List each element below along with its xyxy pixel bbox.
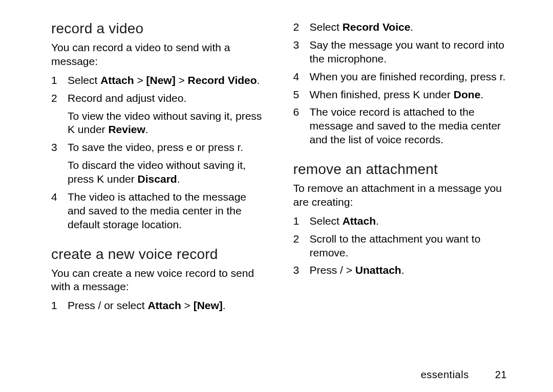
heading-voice-record: create a new voice record (51, 246, 265, 263)
step-text: . (240, 141, 243, 153)
intro-record-video: You can record a video to send with a me… (51, 41, 265, 69)
step-item: The video is attached to the message and… (51, 190, 265, 232)
step-item: Press / > Unattach. (293, 264, 507, 277)
soft-label-discard: Discard (138, 173, 177, 185)
intro-remove-attachment: To remove an attachment in a message you… (293, 182, 507, 209)
steps-voice-record-right: Select Record Voice. Say the message you… (293, 20, 507, 147)
step-item: Select Record Voice. (293, 20, 507, 34)
step-text: Select (310, 21, 343, 33)
soft-label-review: Review (108, 123, 145, 135)
nav-attach: Attach (100, 74, 134, 86)
step-item: When finished, press K under Done. (293, 88, 507, 102)
step-text: . (223, 299, 226, 311)
step-item: Record and adjust video. To view the vid… (51, 92, 265, 137)
page-footer: essentials 21 (421, 369, 507, 381)
step-text: . (257, 74, 260, 86)
step-text: > (343, 264, 355, 276)
step-text: > (181, 299, 194, 311)
heading-record-video: record a video (51, 20, 265, 37)
key-ok: e (186, 141, 193, 153)
step-text: > (176, 74, 188, 86)
step-text: To view the video without saving it, pre… (68, 110, 262, 122)
key-softkey: K (413, 89, 420, 100)
step-item: Press / or select Attach > [New]. (51, 299, 265, 313)
step-text: > (134, 74, 146, 86)
step-text: Record and adjust video. (68, 92, 186, 104)
page-number: 21 (495, 369, 507, 381)
key-softkey: K (68, 123, 75, 135)
step-text: . (145, 123, 148, 135)
step-item: To save the video, press e or press r. T… (51, 141, 265, 186)
steps-remove-attachment: Select Attach. Scroll to the attachment … (293, 214, 507, 278)
step-text: under (104, 173, 137, 185)
step-item: Select Attach > [New] > Record Video. (51, 74, 265, 88)
soft-label-done: Done (454, 89, 481, 100)
step-item: Say the message you want to record into … (293, 38, 507, 66)
manual-page: record a video You can record a video to… (0, 0, 553, 392)
step-text: under (75, 123, 108, 135)
step-text: . (401, 264, 405, 276)
key-softkey: K (97, 173, 104, 185)
nav-unattach: Unattach (355, 264, 401, 276)
step-text: . (503, 71, 506, 82)
step-item: The voice record is attached to the mess… (293, 105, 507, 147)
nav-record-video: Record Video (188, 74, 257, 86)
steps-record-video: Select Attach > [New] > Record Video. Re… (51, 74, 265, 232)
step-text: To save the video, press (68, 141, 186, 153)
step-text: . (480, 89, 483, 100)
right-column: Select Record Voice. Say the message you… (293, 20, 507, 377)
nav-new: [New] (194, 299, 223, 311)
step-text: . (177, 173, 180, 185)
step-item: Scroll to the attachment you want to rem… (293, 232, 507, 260)
nav-attach: Attach (343, 215, 376, 227)
intro-voice-record: You can create a new voice record to sen… (51, 267, 265, 294)
step-text: . (410, 21, 413, 33)
step-text: When you are finished recording, press (310, 71, 500, 82)
step-item: Select Attach. (293, 214, 507, 228)
step-text: When finished, press (310, 89, 413, 100)
left-column: record a video You can record a video to… (51, 20, 265, 377)
step-item: When you are finished recording, press r… (293, 70, 507, 84)
nav-attach: Attach (147, 299, 181, 311)
steps-voice-record-left: Press / or select Attach > [New]. (51, 299, 265, 313)
step-text: Press (310, 264, 341, 276)
heading-remove-attachment: remove an attachment (293, 161, 507, 178)
nav-new: [New] (146, 74, 175, 86)
step-text: Press (68, 299, 98, 311)
nav-record-voice: Record Voice (343, 21, 411, 33)
step-text: or press (193, 141, 238, 153)
step-text: under (420, 89, 453, 100)
step-text: . (376, 215, 379, 227)
step-text: or select (101, 299, 147, 311)
section-label: essentials (421, 369, 469, 380)
step-text: Select (68, 74, 100, 86)
step-text: Select (310, 215, 343, 227)
